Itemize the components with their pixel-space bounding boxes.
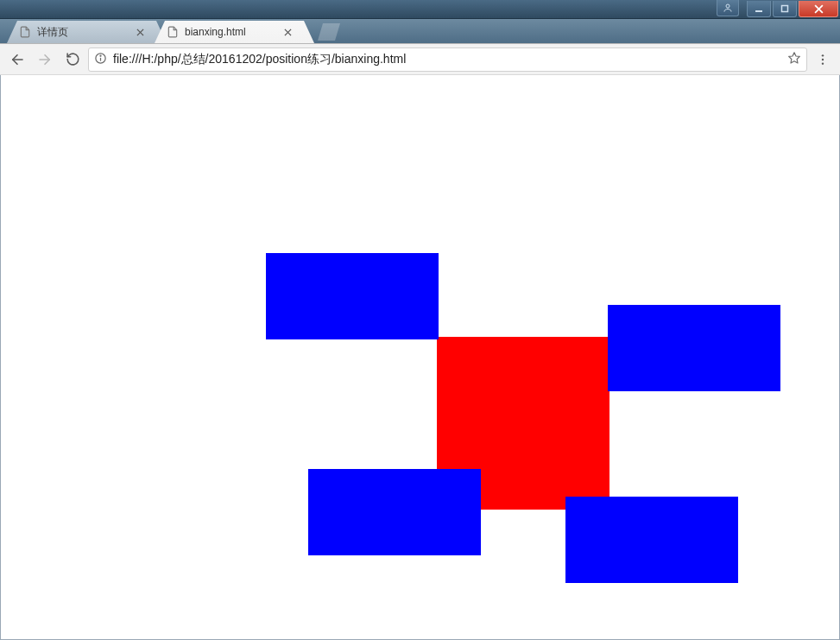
svg-rect-2 <box>782 6 788 12</box>
new-tab-button[interactable] <box>318 23 340 41</box>
window-close-button[interactable] <box>799 1 838 17</box>
svg-point-0 <box>726 4 729 8</box>
blue-box-0 <box>266 253 439 339</box>
info-icon <box>94 52 108 67</box>
blue-box-2 <box>308 469 481 555</box>
back-button[interactable] <box>5 48 29 72</box>
browser-window: 详情页 bianxing.html <box>0 0 840 640</box>
window-maximize-button[interactable] <box>773 1 797 17</box>
forward-button[interactable] <box>33 48 57 72</box>
tab-title: 详情页 <box>37 25 129 40</box>
browser-menu-button[interactable] <box>811 48 835 72</box>
blue-box-3 <box>565 497 738 583</box>
address-url: file:///H:/php/总结/20161202/position练习/bi… <box>113 52 782 67</box>
blue-box-1 <box>608 305 780 391</box>
tab-close-icon[interactable] <box>134 26 146 38</box>
reload-button[interactable] <box>60 48 85 72</box>
page-viewport <box>0 75 840 640</box>
browser-tab-1[interactable]: bianxing.html <box>155 21 314 43</box>
user-icon <box>717 0 739 16</box>
window-titlebar <box>0 0 840 19</box>
svg-point-16 <box>822 58 824 60</box>
file-icon <box>167 26 179 38</box>
svg-point-15 <box>822 54 824 56</box>
address-bar[interactable]: file:///H:/php/总结/20161202/position练习/bi… <box>88 48 807 72</box>
file-icon <box>19 26 31 38</box>
browser-tab-0[interactable]: 详情页 <box>7 21 167 43</box>
svg-point-17 <box>822 62 824 64</box>
svg-marker-14 <box>789 53 800 63</box>
window-minimize-button[interactable] <box>747 1 771 17</box>
tab-title: bianxing.html <box>185 26 276 38</box>
tab-close-icon[interactable] <box>281 26 294 38</box>
bookmark-star-icon[interactable] <box>787 51 801 67</box>
svg-point-13 <box>100 55 101 56</box>
browser-toolbar: file:///H:/php/总结/20161202/position练习/bi… <box>0 44 840 75</box>
tab-strip: 详情页 bianxing.html <box>0 19 840 44</box>
